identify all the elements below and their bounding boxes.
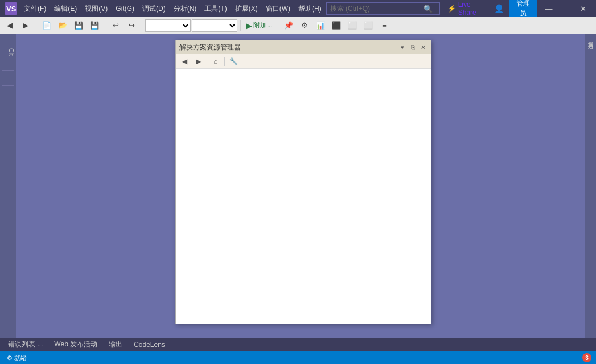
solution-home-button[interactable]: ⌂ bbox=[209, 56, 222, 67]
panel-close-icon[interactable]: ✕ bbox=[418, 43, 428, 52]
menu-help[interactable]: 帮助(H) bbox=[295, 3, 325, 15]
menu-extensions[interactable]: 扩展(X) bbox=[232, 3, 261, 15]
solution-explorer-title: 解决方案资源管理器 bbox=[179, 43, 241, 52]
toolbar-extra-1[interactable]: 📌 bbox=[281, 19, 296, 32]
redo-btn[interactable]: ↪ bbox=[124, 19, 139, 32]
start-debug-button[interactable]: ▶ 附加... bbox=[244, 20, 275, 30]
maximize-button[interactable]: □ bbox=[557, 0, 574, 17]
sp-separator bbox=[207, 57, 207, 66]
toolbar-separator-3 bbox=[142, 20, 142, 31]
minimize-button[interactable]: — bbox=[540, 0, 557, 17]
solution-explorer-controls: ▾ ⎘ ✕ bbox=[398, 43, 428, 52]
toolbar: ◀ ▶ 📄 📂 💾 💾 ↩ ↪ ▶ 附加... 📌 ⚙ 📊 ⬛ ⬜ ⬜ ≡ bbox=[0, 17, 596, 34]
status-bar: ⚙ 就绪 3 bbox=[0, 351, 596, 364]
status-ready[interactable]: ⚙ 就绪 bbox=[5, 354, 29, 362]
center-area: 解决方案资源管理器 ▾ ⎘ ✕ ◀ ▶ ⌂ 🔧 bbox=[16, 34, 585, 338]
title-bar: VS 文件(F) 编辑(E) 视图(V) Git(G) 调试(D) 分析(N) … bbox=[0, 0, 596, 17]
toolbar-extra-2[interactable]: ⚙ bbox=[297, 19, 312, 32]
toolbar-extra-4[interactable]: ⬛ bbox=[329, 19, 344, 32]
menu-window[interactable]: 窗口(W) bbox=[262, 3, 294, 15]
menu-edit[interactable]: 编辑(E) bbox=[51, 3, 80, 15]
left-sidebar: 服务器资源管理器 工具箱 Git更改 错误列表 通知 性能分析 输出 查找 替换 bbox=[0, 34, 16, 338]
sidebar-item-find[interactable]: 查找 bbox=[1, 89, 15, 93]
toolbar-separator-1 bbox=[36, 20, 36, 31]
panel-minimize-icon[interactable]: ▾ bbox=[398, 43, 407, 52]
menu-git[interactable]: Git(G) bbox=[112, 3, 138, 14]
menu-debug[interactable]: 调试(D) bbox=[139, 3, 169, 15]
status-left: ⚙ 就绪 bbox=[5, 354, 29, 362]
person-icon-button[interactable]: 👤 bbox=[492, 2, 505, 15]
toolbar-separator-5 bbox=[278, 20, 278, 31]
toolbar-separator-2 bbox=[105, 20, 105, 31]
solution-back-button[interactable]: ◀ bbox=[178, 56, 191, 67]
panel-pin-icon[interactable]: ⎘ bbox=[408, 43, 417, 52]
toolbar-extra-5[interactable]: ⬜ bbox=[345, 19, 360, 32]
sidebar-item-error-list[interactable]: 错误列表 bbox=[1, 59, 15, 62]
platform-dropdown[interactable] bbox=[192, 19, 237, 32]
open-button[interactable]: 📂 bbox=[55, 19, 70, 32]
save-button[interactable]: 💾 bbox=[71, 19, 86, 32]
sidebar-item-toolbox[interactable]: 工具箱 bbox=[1, 42, 15, 46]
tab-error-list[interactable]: 错误列表 ... bbox=[2, 338, 48, 352]
status-ready-label: 就绪 bbox=[14, 354, 27, 361]
close-button[interactable]: ✕ bbox=[574, 0, 591, 17]
back-button[interactable]: ◀ bbox=[2, 19, 17, 32]
menu-tools[interactable]: 工具(T) bbox=[201, 3, 230, 15]
sidebar-item-perf[interactable]: 性能分析 bbox=[1, 74, 15, 77]
right-sidebar: 属性 通知 bbox=[585, 34, 596, 338]
solution-explorer-titlebar: 解决方案资源管理器 ▾ ⎘ ✕ bbox=[176, 40, 431, 54]
tab-output[interactable]: 输出 bbox=[103, 338, 128, 352]
notification-badge[interactable]: 3 bbox=[582, 353, 591, 362]
svg-text:VS: VS bbox=[6, 5, 17, 13]
config-dropdown[interactable] bbox=[145, 19, 191, 32]
bottom-tabs: 错误列表 ... Web 发布活动 输出 CodeLens bbox=[0, 338, 596, 351]
toolbar-extra-3[interactable]: 📊 bbox=[313, 19, 328, 32]
sidebar-item-git-changes[interactable]: Git更改 bbox=[1, 47, 15, 57]
sidebar-divider-2 bbox=[2, 85, 14, 86]
live-share-icon: ⚡ bbox=[447, 5, 456, 13]
right-sidebar-notifications[interactable]: 通知 bbox=[586, 39, 595, 41]
live-share-label: Live Share bbox=[458, 1, 487, 16]
solution-settings-button[interactable]: 🔧 bbox=[227, 56, 240, 67]
toolbar-extra-6[interactable]: ⬜ bbox=[361, 19, 376, 32]
toolbar-separator-4 bbox=[240, 20, 241, 31]
tab-codelens[interactable]: CodeLens bbox=[128, 339, 171, 351]
menu-file[interactable]: 文件(F) bbox=[20, 3, 50, 15]
search-bar: 🔍 bbox=[326, 2, 440, 15]
solution-forward-button[interactable]: ▶ bbox=[192, 56, 204, 67]
sidebar-divider bbox=[2, 70, 14, 71]
forward-button[interactable]: ▶ bbox=[18, 19, 33, 32]
search-input[interactable] bbox=[330, 5, 421, 13]
sidebar-item-output[interactable]: 输出 bbox=[1, 78, 15, 82]
sidebar-item-notifications[interactable]: 通知 bbox=[1, 63, 15, 67]
sidebar-item-server-explorer[interactable]: 服务器资源管理器 bbox=[1, 38, 15, 41]
status-icon: ⚙ bbox=[7, 354, 13, 361]
save-all-button[interactable]: 💾 bbox=[87, 19, 102, 32]
undo-btn[interactable]: ↩ bbox=[108, 19, 123, 32]
sidebar-item-replace[interactable]: 替换 bbox=[1, 94, 15, 97]
solution-explorer-toolbar: ◀ ▶ ⌂ 🔧 bbox=[176, 54, 431, 69]
main-area: 服务器资源管理器 工具箱 Git更改 错误列表 通知 性能分析 输出 查找 替换… bbox=[0, 34, 596, 338]
window-controls: — □ ✕ bbox=[540, 0, 591, 17]
toolbar-extra-7[interactable]: ≡ bbox=[377, 19, 392, 32]
vs-logo-icon: VS bbox=[5, 2, 17, 15]
play-icon: ▶ bbox=[246, 21, 252, 30]
solution-explorer-content bbox=[176, 69, 431, 324]
new-file-button[interactable]: 📄 bbox=[39, 19, 54, 32]
search-icon[interactable]: 🔍 bbox=[424, 5, 433, 13]
status-right: 3 bbox=[582, 353, 591, 362]
menu-analyze[interactable]: 分析(N) bbox=[170, 3, 200, 15]
solution-explorer-panel: 解决方案资源管理器 ▾ ⎘ ✕ ◀ ▶ ⌂ 🔧 bbox=[175, 40, 431, 324]
sp-separator-2 bbox=[224, 57, 225, 66]
start-debug-label: 附加... bbox=[253, 20, 273, 30]
tab-web-publish[interactable]: Web 发布活动 bbox=[48, 338, 103, 352]
live-share-button[interactable]: ⚡ Live Share bbox=[443, 0, 491, 18]
menu-view[interactable]: 视图(V) bbox=[81, 3, 111, 15]
